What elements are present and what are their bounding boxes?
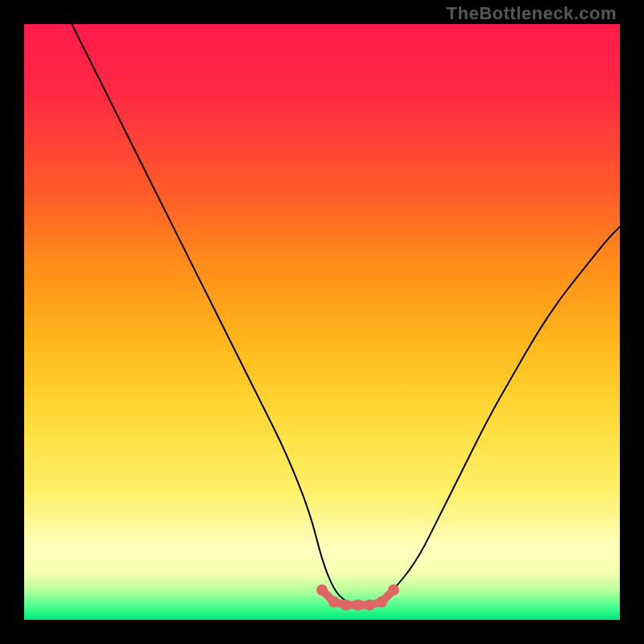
low-point-markers: [316, 584, 399, 611]
low-marker-dot: [376, 597, 387, 608]
low-marker-dot: [388, 584, 399, 596]
curve-group: [72, 24, 620, 605]
chart-svg: [24, 24, 620, 620]
watermark-text: TheBottleneck.com: [447, 3, 617, 24]
plot-area: [24, 24, 620, 620]
curve-path: [72, 24, 620, 605]
low-marker-dot: [328, 597, 340, 608]
low-marker-dot: [352, 600, 363, 611]
chart-container: TheBottleneck.com: [0, 0, 644, 644]
low-marker-dot: [364, 600, 375, 611]
low-marker-dot: [316, 584, 328, 596]
low-marker-dot: [341, 600, 352, 611]
